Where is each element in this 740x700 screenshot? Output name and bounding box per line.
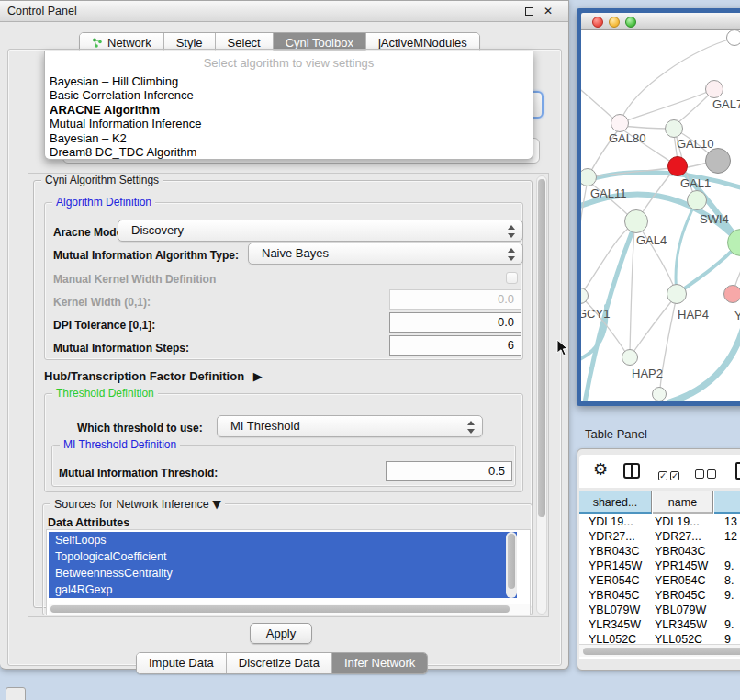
table-cell: YBR045C bbox=[655, 589, 706, 602]
tab-discretize-data[interactable]: Discretize Data bbox=[226, 653, 331, 673]
table-row[interactable]: YLR345WYLR345W9. bbox=[579, 618, 740, 633]
table-cell: YBR043C bbox=[655, 545, 706, 558]
attributes-scrollbar-thumb[interactable] bbox=[508, 534, 515, 589]
expand-right-icon: ▶ bbox=[253, 369, 263, 383]
minimized-panel-icon[interactable] bbox=[6, 687, 26, 700]
kernel-width-input[interactable]: 0.0 bbox=[389, 289, 521, 310]
tab-network-label: Network bbox=[107, 36, 151, 50]
network-node[interactable] bbox=[726, 30, 740, 46]
unchecked-box-icon bbox=[695, 469, 704, 479]
network-node-gal4[interactable] bbox=[624, 209, 648, 233]
sources-title[interactable]: Sources for Network Inference ▼ bbox=[50, 497, 225, 511]
network-node-label: GAL11 bbox=[590, 186, 627, 200]
algorithm-dropdown-item[interactable]: Mutual Information Inference bbox=[45, 117, 533, 130]
table-cell: YBR045C bbox=[589, 589, 640, 602]
network-node-label: GAL7 bbox=[712, 97, 740, 111]
columns-icon[interactable] bbox=[623, 463, 640, 479]
attributes-horizontal-scrollbar[interactable] bbox=[49, 604, 530, 615]
table-cell: 9. bbox=[724, 559, 734, 572]
apply-button[interactable]: Apply bbox=[250, 623, 312, 644]
manual-kernel-width-checkbox[interactable] bbox=[506, 272, 518, 284]
mi-steps-label: Mutual Information Steps: bbox=[53, 342, 189, 355]
algorithm-dropdown-popup: Select algorithm to view settings Bayesi… bbox=[44, 51, 533, 160]
table-row[interactable]: YPR145WYPR145W9. bbox=[579, 559, 740, 574]
table-row[interactable]: YDR27...YDR27...12 bbox=[579, 530, 740, 545]
network-canvas[interactable]: GAL7GAL80GAL10GAL1GAL11SWI4GAL4GCY1HAP4Y… bbox=[581, 30, 740, 401]
new-table-icon[interactable] bbox=[735, 462, 740, 480]
table-row[interactable]: YBR045CYBR045C9. bbox=[579, 589, 740, 604]
mi-steps-input[interactable]: 6 bbox=[389, 335, 521, 356]
network-node-label: GAL80 bbox=[609, 131, 645, 145]
which-threshold-select[interactable]: MI Threshold bbox=[217, 415, 483, 437]
table-row[interactable]: YBL079WYBL079W bbox=[579, 604, 740, 618]
algorithm-dropdown-item[interactable]: Basic Correlation Inference bbox=[45, 88, 533, 102]
attribute-item[interactable]: BetweennessCentrality bbox=[49, 565, 517, 581]
zoom-traffic-light-icon[interactable] bbox=[625, 17, 636, 28]
network-node-hap4[interactable] bbox=[667, 284, 687, 304]
network-node-label: GAL1 bbox=[680, 176, 711, 190]
kernel-width-label: Kernel Width (0,1): bbox=[53, 296, 151, 309]
table-row[interactable]: YDL19...YDL19...13 bbox=[579, 515, 740, 530]
table-hscrollbar-thumb[interactable] bbox=[583, 648, 740, 655]
table-cell: YPR145W bbox=[589, 559, 642, 572]
close-icon[interactable]: ✕ bbox=[543, 6, 554, 17]
table-row[interactable]: YER054CYER054C8. bbox=[579, 574, 740, 589]
close-traffic-light-icon[interactable] bbox=[592, 17, 603, 28]
mi-threshold-input[interactable]: 0.5 bbox=[386, 461, 512, 481]
column-header-shared[interactable]: shared... bbox=[579, 491, 652, 514]
algorithm-dropdown-prompt: Select algorithm to view settings bbox=[45, 51, 533, 74]
spinner-arrows-icon bbox=[466, 421, 475, 434]
network-node-gal1[interactable] bbox=[667, 156, 688, 176]
column-header-third[interactable]: A bbox=[714, 491, 740, 514]
dpi-tolerance-input[interactable]: 0.0 bbox=[389, 312, 521, 333]
hub-definition-label: Hub/Transcription Factor Definition bbox=[44, 369, 244, 383]
table-cell: YDR27... bbox=[589, 530, 635, 543]
algorithm-dropdown-item[interactable]: Bayesian – Hill Climbing bbox=[45, 74, 533, 88]
algorithm-dropdown-item[interactable]: Dream8 DC_TDC Algorithm bbox=[45, 145, 533, 159]
algorithm-dropdown-item[interactable]: Bayesian – K2 bbox=[45, 131, 533, 145]
hub-definition-toggle[interactable]: Hub/Transcription Factor Definition ▶ bbox=[44, 369, 263, 383]
network-node-label: GAL10 bbox=[677, 137, 713, 151]
tab-infer-network[interactable]: Infer Network bbox=[331, 653, 427, 673]
bottom-tabs: Impute Data Discretize Data Infer Networ… bbox=[136, 652, 428, 674]
network-window-titlebar[interactable] bbox=[581, 13, 740, 30]
attributes-hscrollbar-thumb[interactable] bbox=[50, 605, 510, 613]
table-cell: YER054C bbox=[589, 574, 640, 587]
network-node-hap2[interactable] bbox=[622, 349, 638, 366]
gear-icon[interactable]: ⚙ bbox=[593, 461, 608, 478]
attribute-item[interactable]: gal4RGexp bbox=[49, 581, 517, 598]
minimize-traffic-light-icon[interactable] bbox=[609, 17, 620, 28]
network-node-gal80[interactable] bbox=[611, 114, 629, 132]
network-node-gal10[interactable] bbox=[665, 119, 683, 138]
network-node-swi4[interactable] bbox=[687, 190, 707, 210]
column-header-name[interactable]: name bbox=[653, 491, 713, 514]
mi-algorithm-type-label: Mutual Information Algorithm Type: bbox=[53, 249, 239, 262]
network-edge bbox=[669, 330, 740, 401]
algorithm-dropdown-list: Bayesian – Hill Climbing Basic Correlati… bbox=[45, 74, 533, 159]
aracne-mode-select[interactable]: Discovery bbox=[118, 220, 523, 242]
network-node-gal7[interactable] bbox=[705, 80, 723, 98]
table-row[interactable]: YBR043CYBR043C bbox=[579, 545, 740, 559]
network-node-y[interactable] bbox=[723, 285, 740, 303]
float-panel-icon[interactable] bbox=[525, 7, 533, 16]
settings-scrollbar-thumb[interactable] bbox=[538, 179, 545, 517]
tab-impute-data[interactable]: Impute Data bbox=[137, 653, 226, 673]
mi-algorithm-type-select[interactable]: Naive Bayes bbox=[248, 243, 523, 265]
attribute-item[interactable]: TopologicalCoefficient bbox=[49, 548, 517, 565]
network-node[interactable] bbox=[705, 148, 731, 174]
attributes-vertical-scrollbar[interactable] bbox=[506, 532, 517, 598]
table-cell: YBR043C bbox=[589, 545, 640, 558]
hide-unchecked-columns-icon[interactable] bbox=[695, 465, 719, 482]
settings-vertical-scrollbar[interactable] bbox=[536, 175, 547, 615]
attribute-item[interactable]: SelfLoops bbox=[49, 532, 517, 548]
table-cell: 9. bbox=[724, 618, 734, 631]
table-cell: 13 bbox=[724, 515, 737, 528]
network-edge bbox=[622, 126, 669, 129]
algorithm-dropdown-item[interactable]: ARACNE Algorithm bbox=[45, 103, 533, 117]
table-horizontal-scrollbar[interactable] bbox=[579, 644, 740, 657]
spinner-arrows-icon bbox=[507, 248, 515, 261]
table-body: shared... name A YDL19...YDL19...13YDR27… bbox=[579, 491, 740, 659]
show-checked-columns-icon[interactable]: ✓✓ bbox=[658, 465, 682, 482]
network-node[interactable] bbox=[652, 387, 667, 401]
network-node-label: HAP4 bbox=[678, 308, 709, 322]
